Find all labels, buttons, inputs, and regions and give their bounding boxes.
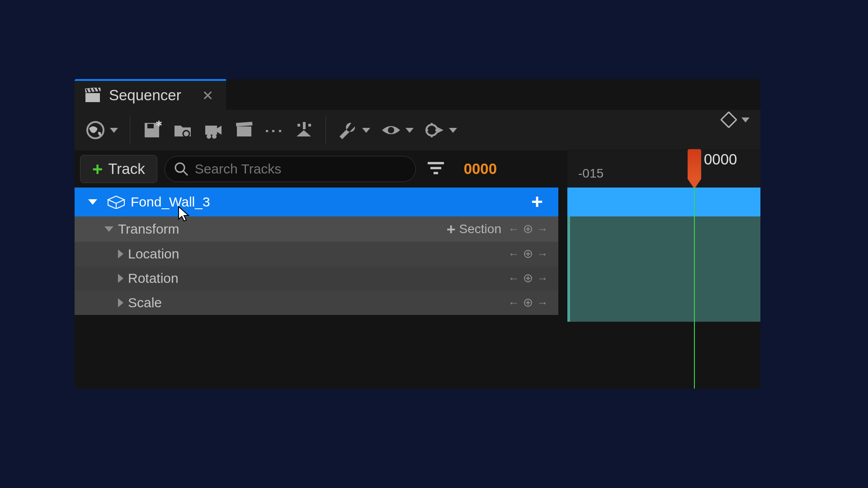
plus-icon: + — [92, 160, 103, 178]
key-nav: ← → — [508, 248, 548, 260]
transform-row[interactable]: Transform + Section ← → — [75, 216, 558, 242]
prev-key-button[interactable]: ← — [508, 297, 519, 309]
ellipsis-icon: ⋮ — [263, 121, 285, 139]
timeline-section-bar[interactable] — [567, 216, 760, 322]
svg-rect-13 — [297, 124, 300, 127]
svg-rect-7 — [205, 126, 217, 135]
close-icon[interactable]: ✕ — [202, 88, 213, 103]
tab-sequencer[interactable]: Sequencer ✕ — [75, 79, 226, 110]
add-track-to-actor-button[interactable]: + — [531, 191, 548, 213]
divider — [326, 116, 326, 144]
actor-row[interactable]: Fond_Wall_3 + — [75, 188, 558, 216]
add-section-button[interactable]: + Section — [447, 221, 501, 238]
plus-icon: + — [447, 221, 456, 238]
wrench-button[interactable] — [332, 114, 376, 146]
playhead-line — [694, 188, 695, 389]
chevron-down-icon[interactable] — [104, 226, 113, 232]
svg-line-19 — [184, 171, 188, 175]
chevron-down-icon — [449, 128, 457, 133]
chevron-down-icon — [741, 117, 750, 122]
camera-button[interactable] — [198, 114, 229, 146]
chevron-right-icon[interactable] — [118, 298, 123, 307]
sequencer-panel: Sequencer ✕ ✱ ⋮ — [75, 79, 760, 389]
autokey-button[interactable] — [721, 112, 750, 128]
tab-title: Sequencer — [109, 87, 181, 104]
actor-name: Fond_Wall_3 — [131, 194, 210, 210]
playhead-frame: 0000 — [704, 151, 737, 168]
actions-button[interactable] — [288, 114, 319, 146]
svg-rect-12 — [303, 122, 306, 129]
prev-key-button[interactable]: ← — [508, 223, 519, 235]
add-key-button[interactable] — [522, 272, 534, 284]
chevron-down-icon[interactable] — [88, 199, 97, 205]
chevron-down-icon — [362, 128, 370, 133]
search-input[interactable] — [195, 161, 406, 177]
clapperboard-icon — [85, 88, 101, 103]
world-button[interactable] — [80, 114, 123, 146]
location-label: Location — [128, 246, 179, 262]
playback-settings-button[interactable] — [419, 114, 462, 146]
svg-rect-14 — [308, 124, 311, 127]
timeline[interactable]: -015 0000 — [567, 149, 760, 389]
svg-text:✱: ✱ — [156, 120, 162, 128]
svg-point-9 — [212, 134, 217, 139]
svg-rect-0 — [85, 93, 100, 102]
ruler-tick: -015 — [578, 166, 604, 181]
add-key-button[interactable] — [522, 297, 534, 309]
svg-point-15 — [388, 127, 394, 133]
chevron-right-icon[interactable] — [118, 249, 123, 258]
search-field[interactable] — [165, 156, 416, 182]
add-key-button[interactable] — [522, 248, 534, 260]
view-button[interactable] — [376, 114, 419, 146]
prev-key-button[interactable]: ← — [508, 248, 519, 260]
render-button[interactable] — [229, 114, 259, 146]
time-ruler[interactable]: -015 0000 — [567, 149, 760, 188]
more-button[interactable]: ⋮ — [259, 114, 288, 146]
section-label: Section — [459, 222, 501, 236]
rotation-row[interactable]: Rotation ← → — [75, 266, 558, 291]
timeline-actor-bar[interactable] — [567, 188, 760, 216]
divider — [130, 116, 130, 144]
toolbar: ✱ ⋮ — [75, 110, 760, 150]
key-nav: ← → — [508, 272, 548, 284]
search-icon — [174, 162, 189, 176]
location-row[interactable]: Location ← → — [75, 242, 558, 266]
svg-line-6 — [189, 136, 192, 139]
track-outliner: Fond_Wall_3 + Transform + Section ← → Lo… — [75, 188, 558, 315]
rotation-label: Rotation — [128, 271, 179, 286]
save-button[interactable]: ✱ — [137, 114, 167, 146]
scale-label: Scale — [128, 295, 162, 310]
key-nav: ← → — [508, 297, 548, 309]
chevron-right-icon[interactable] — [118, 274, 123, 283]
folder-search-button[interactable] — [167, 114, 198, 146]
chevron-down-icon — [110, 128, 118, 133]
add-key-button[interactable] — [522, 223, 534, 235]
svg-rect-17 — [721, 112, 736, 127]
svg-rect-3 — [147, 124, 154, 128]
filter-button[interactable] — [423, 160, 448, 178]
actor-icon — [107, 195, 125, 209]
svg-rect-10 — [237, 127, 251, 136]
svg-point-8 — [207, 134, 211, 139]
tab-bar: Sequencer ✕ — [75, 79, 760, 110]
key-nav: ← → — [508, 223, 548, 235]
scale-row[interactable]: Scale ← → — [75, 291, 558, 315]
add-track-button[interactable]: + Track — [80, 155, 157, 183]
svg-point-18 — [175, 163, 184, 172]
next-key-button[interactable]: → — [537, 297, 548, 309]
next-key-button[interactable]: → — [537, 248, 548, 260]
next-key-button[interactable]: → — [537, 272, 548, 284]
next-key-button[interactable]: → — [537, 223, 548, 235]
filter-icon — [427, 160, 445, 176]
add-track-label: Track — [108, 160, 145, 178]
svg-rect-11 — [236, 122, 252, 126]
frame-value[interactable]: 0000 — [456, 160, 497, 178]
chevron-down-icon — [406, 128, 414, 133]
prev-key-button[interactable]: ← — [508, 272, 519, 284]
playhead[interactable] — [688, 149, 701, 188]
transform-label: Transform — [118, 221, 179, 237]
